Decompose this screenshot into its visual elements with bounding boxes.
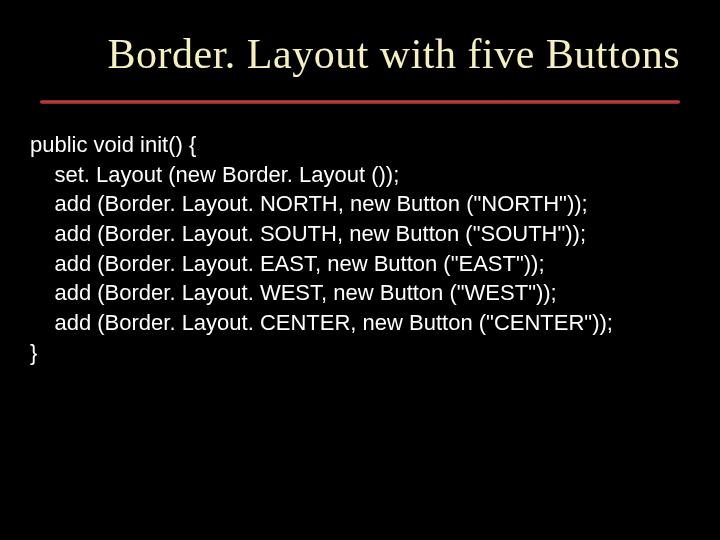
slide: Border. Layout with five Buttons public … [0,0,720,540]
slide-title: Border. Layout with five Buttons [0,0,720,78]
divider-wrap [0,78,720,104]
code-block: public void init() { set. Layout (new Bo… [0,104,720,368]
